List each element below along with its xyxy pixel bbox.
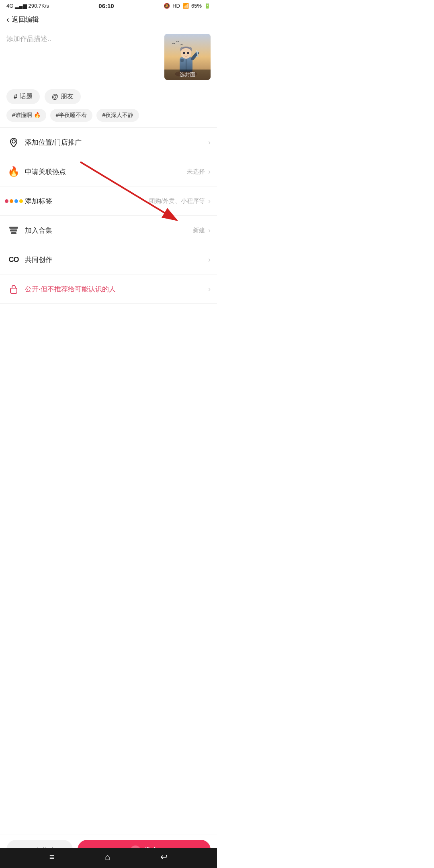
battery-label: 65% (191, 3, 202, 9)
hash-icon: # (14, 93, 17, 100)
time-label: 06:10 (98, 2, 114, 9)
hashtag-chip-1[interactable]: #谁懂啊 🔥 (6, 109, 46, 122)
back-label: 返回编辑 (12, 15, 39, 24)
network-label: 4G (6, 3, 13, 9)
location-icon (6, 135, 21, 149)
at-icon: @ (52, 93, 58, 100)
layers-icon (6, 223, 21, 237)
collection-status: 新建 (193, 227, 205, 234)
status-bar: 4G ▂▄▆ 290.7K/s 06:10 🔕 HD 📶 65% 🔋 (0, 0, 217, 11)
hashtag-suggestions: #谁懂啊 🔥 #半夜睡不着 #夜深人不静 (0, 109, 217, 127)
friend-button[interactable]: @ 朋友 (45, 89, 81, 104)
hotspot-chevron-icon: › (208, 168, 211, 176)
cover-image[interactable]: 选封面 (164, 34, 211, 80)
collection-chevron-icon: › (208, 226, 211, 235)
collab-right: › (207, 256, 211, 264)
location-right: › (207, 138, 211, 147)
collab-menu-item[interactable]: CO 共同创作 › (0, 245, 217, 274)
svg-point-11 (12, 140, 15, 143)
co-icon: CO (6, 252, 21, 267)
collection-menu-item[interactable]: 加入合集 新建 › (0, 216, 217, 245)
privacy-chevron-icon: › (208, 285, 211, 293)
tags-right: 团购/外卖、小程序等 › (149, 197, 211, 205)
tags-dots-icon (6, 194, 21, 208)
tags-menu-item[interactable]: 添加标签 团购/外卖、小程序等 › (0, 186, 217, 216)
location-chevron-icon: › (208, 138, 211, 147)
topic-label: 话题 (20, 92, 33, 101)
topic-button[interactable]: # 话题 (6, 89, 40, 104)
svg-point-6 (187, 52, 189, 54)
location-menu-item[interactable]: 添加位置/门店推广 › (0, 128, 217, 157)
friend-label: 朋友 (61, 92, 74, 101)
svg-point-4 (181, 47, 191, 59)
tag-buttons: # 话题 @ 朋友 (0, 86, 217, 109)
wifi-icon: 📶 (182, 3, 189, 9)
hotspot-menu-item[interactable]: 🔥 申请关联热点 未选择 › (0, 157, 217, 186)
hashtag-chip-2[interactable]: #半夜睡不着 (50, 109, 93, 122)
privacy-label: 公开·但不推荐给可能认识的人 (25, 285, 207, 294)
lock-icon (6, 282, 21, 296)
menu-section: 添加位置/门店推广 › 🔥 申请关联热点 未选择 › (0, 128, 217, 304)
signal-bars: ▂▄▆ (15, 3, 27, 9)
hotspot-label: 申请关联热点 (25, 167, 187, 176)
back-chevron-icon: ‹ (6, 15, 9, 24)
back-button[interactable]: ‹ 返回编辑 (6, 15, 39, 24)
bottom-spacer (0, 304, 217, 368)
header: ‹ 返回编辑 (0, 11, 217, 28)
bell-icon: 🔕 (164, 3, 170, 9)
battery-icon: 🔋 (204, 3, 211, 9)
cover-label[interactable]: 选封面 (164, 70, 211, 80)
svg-rect-12 (10, 288, 17, 293)
description-input[interactable]: 添加作品描述.. (6, 34, 160, 82)
location-label: 添加位置/门店推广 (25, 138, 207, 147)
tags-label: 添加标签 (25, 197, 149, 206)
hd-label: HD (172, 3, 180, 9)
hotspot-status: 未选择 (187, 168, 205, 176)
collection-right: 新建 › (193, 226, 211, 235)
status-right: 🔕 HD 📶 65% 🔋 (164, 3, 211, 9)
collab-chevron-icon: › (208, 256, 211, 264)
content-area: 添加作品描述.. (0, 28, 217, 86)
tags-chevron-icon: › (208, 197, 211, 205)
privacy-menu-item[interactable]: 公开·但不推荐给可能认识的人 › (0, 274, 217, 304)
svg-rect-3 (180, 59, 184, 62)
svg-point-5 (183, 52, 185, 54)
collection-label: 加入合集 (25, 226, 193, 235)
hashtag-chip-3[interactable]: #夜深人不静 (96, 109, 139, 122)
collab-label: 共同创作 (25, 255, 207, 264)
tags-status: 团购/外卖、小程序等 (149, 197, 205, 205)
fire-icon: 🔥 (6, 164, 21, 179)
status-left: 4G ▂▄▆ 290.7K/s (6, 3, 49, 9)
speed-label: 290.7K/s (29, 3, 49, 9)
hotspot-right: 未选择 › (187, 168, 211, 176)
privacy-right: › (207, 285, 211, 293)
